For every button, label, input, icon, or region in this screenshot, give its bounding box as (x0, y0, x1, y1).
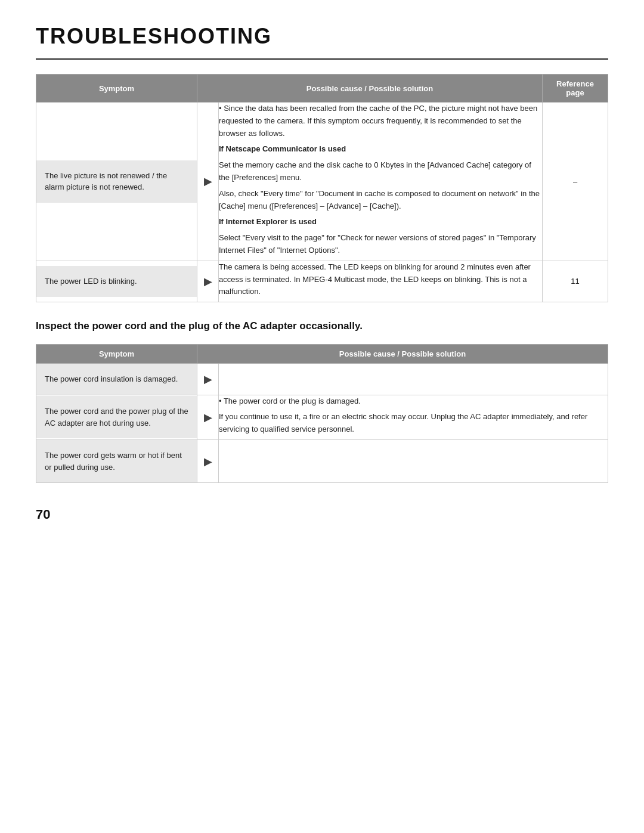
col-symptom-2: Symptom (36, 345, 197, 364)
table-row: The live picture is not renewed / the al… (36, 103, 197, 261)
title-divider (36, 58, 608, 60)
table-row: The power LED is blinking. (36, 261, 197, 302)
arrow-icon: ▶ (197, 364, 219, 395)
table-row: The power cord insulation is damaged. (36, 364, 197, 395)
section2-subtitle: Inspect the power cord and the plug of t… (36, 320, 608, 332)
page-number: 70 (36, 507, 608, 522)
arrow-icon: ▶ (197, 395, 219, 439)
cause-cell: • Since the data has been recalled from … (219, 103, 543, 261)
table-row: The power cord and the power plug of the… (36, 395, 197, 439)
ref-cell: 11 (543, 261, 608, 302)
arrow-icon: ▶ (197, 440, 219, 483)
col-ref-1: Reference page (543, 75, 608, 103)
col-symptom-1: Symptom (36, 75, 197, 103)
cause-cell: The camera is being accessed. The LED ke… (219, 261, 543, 302)
cause-cell (219, 364, 608, 395)
table-row: The power cord gets warm or hot if bent … (36, 440, 197, 483)
col-cause-2: Possible cause / Possible solution (197, 345, 608, 364)
cause-cell: • The power cord or the plug is damaged.… (219, 395, 608, 439)
table2: Symptom Possible cause / Possible soluti… (36, 344, 608, 483)
cause-cell (219, 440, 608, 483)
ref-cell: – (543, 103, 608, 261)
arrow-icon: ▶ (197, 103, 219, 261)
page-title: TROUBLESHOOTING (36, 24, 608, 49)
table1: Symptom Possible cause / Possible soluti… (36, 74, 608, 302)
arrow-icon: ▶ (197, 261, 219, 302)
col-cause-1: Possible cause / Possible solution (197, 75, 543, 103)
